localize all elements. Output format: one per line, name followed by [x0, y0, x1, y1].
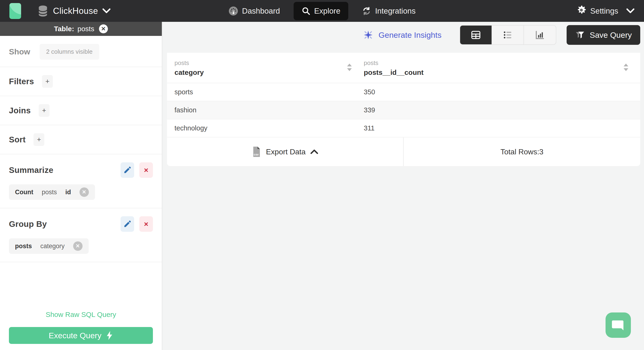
sort-title: Sort	[9, 135, 26, 144]
nav-item-label: Explore	[314, 6, 340, 16]
add-sort-button[interactable]: +	[34, 133, 44, 146]
remove-summarize-chip-button[interactable]: ✕	[80, 188, 89, 197]
pencil-icon	[123, 166, 131, 174]
column-table-name: posts	[364, 59, 424, 66]
export-data-label: Export Data	[266, 148, 306, 156]
generate-insights-link[interactable]: Generate Insights	[363, 30, 441, 40]
nav-item-explore[interactable]: Explore	[294, 2, 348, 20]
summarize-field: id	[66, 188, 71, 196]
generate-insights-label: Generate Insights	[378, 30, 441, 40]
cell-category: fashion	[167, 101, 364, 119]
selected-table-bar: Table: posts ✕	[0, 22, 162, 36]
nav-item-label: Dashboard	[242, 6, 280, 16]
column-name: posts__id__count	[364, 68, 424, 76]
settings-label: Settings	[590, 6, 618, 16]
top-nav: ClickHouse Dashboard	[0, 0, 644, 22]
sync-icon	[362, 6, 371, 16]
table-label: Table:	[54, 25, 74, 33]
table-row[interactable]: technology 311	[167, 120, 640, 138]
column-table-name: posts	[174, 59, 204, 66]
cell-category: technology	[167, 120, 364, 137]
table-view-button[interactable]	[460, 26, 492, 44]
nav-item-label: Integrations	[375, 6, 415, 16]
query-builder-sidebar: Table: posts ✕ Show 2 columns visible Fi…	[0, 22, 162, 350]
show-columns-row: Show 2 columns visible	[0, 36, 162, 67]
settings-menu[interactable]: Settings	[416, 5, 634, 17]
table-name: posts	[78, 25, 94, 33]
dashboard-gauge-icon	[228, 6, 238, 16]
total-rows-label: Total Rows:3	[500, 148, 544, 156]
pencil-icon	[123, 220, 131, 228]
database-icon	[38, 5, 48, 17]
chat-bubble-icon	[612, 319, 625, 332]
column-header-count[interactable]: posts posts__id__count	[364, 53, 640, 83]
chevron-up-icon	[310, 149, 318, 154]
table-header-row: posts category posts	[167, 53, 640, 83]
table-row[interactable]: sports 350	[167, 83, 640, 101]
cell-count: 311	[364, 120, 640, 137]
save-query-button[interactable]: Save Query	[566, 25, 640, 45]
summarize-op: Count	[15, 188, 33, 196]
gear-icon	[576, 5, 586, 17]
sort-icon[interactable]	[622, 63, 630, 72]
filters-title: Filters	[9, 77, 34, 86]
summarize-chip: Count posts id ✕	[9, 184, 95, 200]
edit-group-by-button[interactable]	[120, 216, 134, 232]
save-query-label: Save Query	[590, 30, 632, 40]
joins-title: Joins	[9, 106, 31, 115]
chevron-down-icon	[626, 8, 634, 14]
results-toolbar: Generate Insights	[167, 22, 640, 48]
lightning-bolt-icon	[106, 331, 113, 340]
chart-view-button[interactable]	[524, 26, 556, 44]
app-logo[interactable]	[10, 3, 21, 19]
brand-name[interactable]: ClickHouse	[53, 6, 98, 16]
execute-query-label: Execute Query	[49, 331, 102, 340]
nav-item-integrations[interactable]: Integrations	[362, 6, 415, 16]
total-rows-cell: Total Rows:3	[404, 138, 640, 166]
sparkle-icon	[363, 30, 373, 40]
table-footer: csv Export Data Total Rows:3	[167, 138, 640, 166]
table-view-icon	[470, 30, 481, 40]
table-row[interactable]: fashion 339	[167, 101, 640, 120]
delete-summarize-button[interactable]: ×	[139, 162, 153, 178]
summarize-section: Summarize × Count posts id	[0, 154, 162, 208]
filters-section: Filters +	[0, 67, 162, 96]
nav-left-group: ClickHouse	[10, 3, 228, 19]
edit-summarize-button[interactable]	[120, 162, 134, 178]
group-by-title: Group By	[9, 219, 47, 229]
execute-query-button[interactable]: Execute Query	[9, 327, 153, 344]
export-data-button[interactable]: csv Export Data	[167, 138, 404, 166]
column-name: category	[174, 68, 204, 76]
columns-visible-chip[interactable]: 2 columns visible	[40, 44, 99, 60]
sidebar-spacer	[0, 262, 162, 306]
sort-section: Sort +	[0, 125, 162, 154]
view-toggle-group	[460, 25, 556, 45]
sort-icon[interactable]	[346, 63, 353, 72]
remove-table-button[interactable]: ✕	[99, 24, 108, 33]
remove-group-by-chip-button[interactable]: ✕	[73, 242, 82, 251]
nav-item-dashboard[interactable]: Dashboard	[228, 6, 280, 16]
chevron-down-icon[interactable]	[102, 8, 111, 14]
group-by-chip: posts category ✕	[9, 238, 89, 254]
show-raw-sql-link[interactable]: Show Raw SQL Query	[0, 306, 162, 327]
cell-category: sports	[167, 83, 364, 101]
add-join-button[interactable]: +	[39, 104, 50, 117]
cell-count: 339	[364, 101, 640, 119]
cell-count: 350	[364, 83, 640, 101]
bar-chart-icon	[534, 30, 545, 40]
group-by-field: category	[40, 242, 65, 250]
summarize-title: Summarize	[9, 166, 53, 175]
add-filter-button[interactable]: +	[42, 75, 53, 88]
primary-nav: Dashboard Explore	[228, 2, 416, 20]
list-view-icon	[502, 30, 513, 40]
chat-widget-button[interactable]	[606, 312, 631, 338]
delete-group-by-button[interactable]: ×	[139, 216, 153, 232]
list-view-button[interactable]	[492, 26, 524, 44]
results-table: posts category posts	[167, 53, 640, 166]
column-header-category[interactable]: posts category	[167, 53, 364, 83]
joins-section: Joins +	[0, 96, 162, 125]
csv-file-icon: csv	[252, 146, 261, 158]
svg-text:csv: csv	[254, 153, 259, 156]
group-by-section: Group By × posts category ✕	[0, 208, 162, 262]
group-by-table: posts	[15, 242, 32, 250]
